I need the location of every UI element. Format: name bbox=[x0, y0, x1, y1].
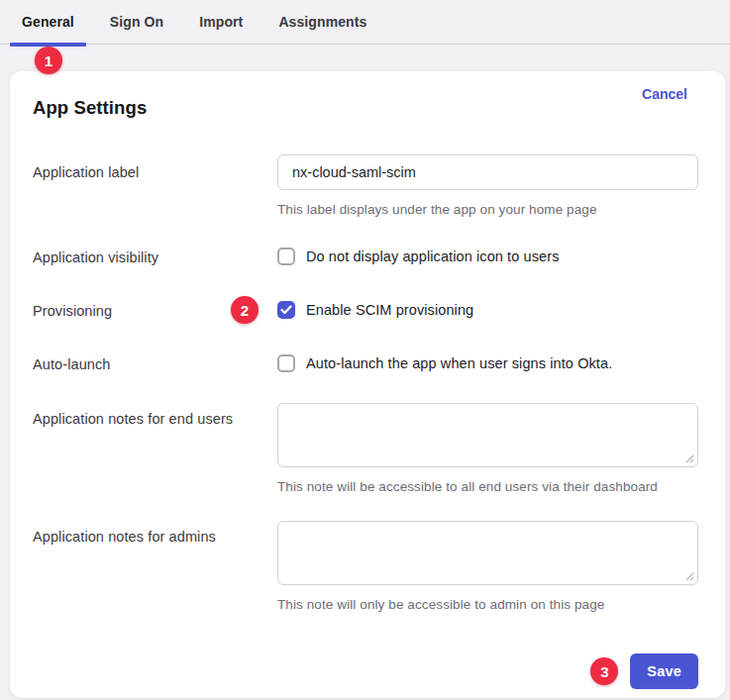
tab-general[interactable]: General bbox=[10, 0, 86, 44]
application-visibility-option-label: Do not display application icon to users bbox=[306, 249, 559, 264]
tab-assignments[interactable]: Assignments bbox=[266, 0, 378, 44]
auto-launch-label: Auto-launch bbox=[33, 355, 277, 372]
app-settings-panel: App Settings Cancel Application label Th… bbox=[10, 71, 725, 698]
notes-admins-row: Application notes for admins This note w… bbox=[33, 521, 698, 612]
step-1-badge: 1 bbox=[35, 47, 62, 74]
notes-admins-label: Application notes for admins bbox=[33, 521, 277, 612]
notes-end-users-hint: This note will be accessible to all end … bbox=[277, 479, 698, 494]
cancel-link[interactable]: Cancel bbox=[642, 86, 687, 102]
application-label-row: Application label This label displays un… bbox=[33, 154, 698, 217]
auto-launch-checkbox[interactable] bbox=[277, 354, 295, 372]
step-3-badge: 3 bbox=[590, 657, 618, 685]
page-title: App Settings bbox=[33, 97, 698, 119]
provisioning-row: Provisioning 2 Enable SCIM provisioning bbox=[33, 301, 698, 319]
application-visibility-option[interactable]: Do not display application icon to users bbox=[277, 248, 698, 265]
tab-sign-on[interactable]: Sign On bbox=[98, 0, 175, 44]
application-visibility-label: Application visibility bbox=[33, 249, 277, 265]
application-label-hint: This label displays under the app on you… bbox=[277, 202, 698, 217]
provisioning-option[interactable]: Enable SCIM provisioning bbox=[277, 301, 698, 319]
notes-end-users-row: Application notes for end users This not… bbox=[33, 403, 698, 494]
application-label-label: Application label bbox=[33, 154, 277, 217]
tab-import[interactable]: Import bbox=[187, 0, 255, 44]
notes-admins-hint: This note will only be accessible to adm… bbox=[277, 597, 698, 612]
notes-end-users-label: Application notes for end users bbox=[33, 403, 277, 494]
application-label-input[interactable] bbox=[277, 154, 698, 190]
auto-launch-row: Auto-launch Auto-launch the app when use… bbox=[33, 354, 698, 372]
auto-launch-option-label: Auto-launch the app when user signs into… bbox=[306, 355, 612, 371]
check-icon bbox=[280, 305, 292, 315]
notes-admins-textarea[interactable] bbox=[277, 521, 698, 585]
notes-end-users-textarea[interactable] bbox=[277, 403, 698, 467]
provisioning-option-label: Enable SCIM provisioning bbox=[306, 302, 473, 318]
save-button[interactable]: Save bbox=[630, 653, 698, 689]
application-visibility-checkbox[interactable] bbox=[277, 248, 295, 265]
footer-actions: 3 Save bbox=[33, 653, 698, 689]
auto-launch-option[interactable]: Auto-launch the app when user signs into… bbox=[277, 354, 698, 372]
provisioning-checkbox[interactable] bbox=[277, 301, 295, 319]
tab-bar: General Sign On Import Assignments bbox=[0, 0, 730, 45]
step-2-badge: 2 bbox=[231, 296, 259, 324]
application-visibility-row: Application visibility Do not display ap… bbox=[33, 248, 698, 265]
